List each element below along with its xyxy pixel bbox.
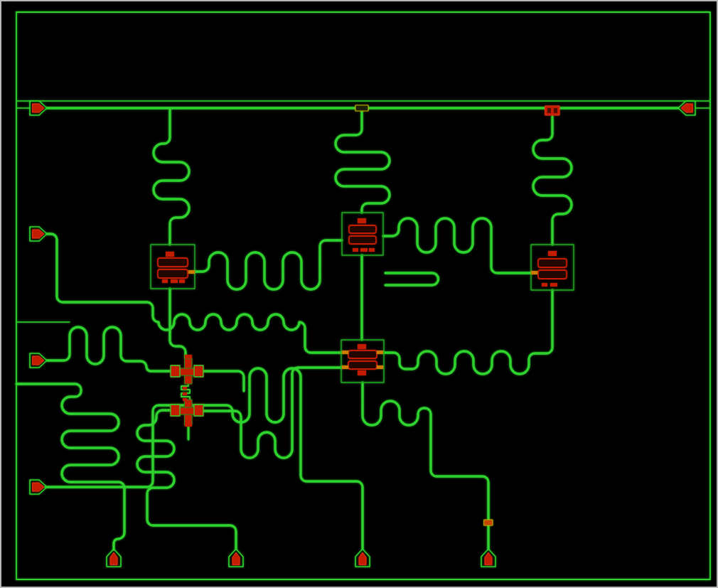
bus-cross2-qubit5[interactable] xyxy=(204,368,341,458)
launcher-bottom3-pad[interactable] xyxy=(359,552,366,565)
zipper-tooth-c xyxy=(183,398,187,401)
launcher-bottom4-pad[interactable] xyxy=(485,552,492,565)
resonator-2-meander[interactable] xyxy=(336,109,390,213)
qubit1-top-stub xyxy=(166,252,174,257)
resonator-3-meander[interactable] xyxy=(533,117,572,245)
bus-qubit5-qubit3[interactable] xyxy=(383,290,552,374)
zipper-tooth-b xyxy=(183,392,187,395)
line-launcher-left3-to-cross1[interactable] xyxy=(47,327,172,371)
feedline-coupler-notch-a xyxy=(547,108,551,113)
qubit1-pad-bottom[interactable] xyxy=(158,269,188,278)
qubit5-top-stub xyxy=(358,344,366,349)
qubit5-pad-top[interactable] xyxy=(348,351,377,358)
qubit5-connector-right-bottom xyxy=(377,365,383,369)
launcher-feed-right-pad[interactable] xyxy=(681,104,692,112)
qubit2-pad-top[interactable] xyxy=(349,225,376,233)
cross2-pad-right[interactable] xyxy=(194,405,203,416)
qubit2-tab-a xyxy=(353,248,358,252)
feedline-coupler-notch-b xyxy=(554,108,557,113)
line-qubit5-to-bottom4[interactable] xyxy=(363,383,488,549)
bottom4-line-marker xyxy=(484,520,493,525)
cross1-right-hook[interactable] xyxy=(204,371,244,391)
qubit1-side-connector xyxy=(188,270,195,274)
qubit5-connector-right-top xyxy=(377,351,383,354)
qubit5-pad-bottom[interactable] xyxy=(348,361,377,369)
cross1-pad-left[interactable] xyxy=(171,365,180,377)
qubit3-pad-top[interactable] xyxy=(538,259,567,267)
layout-canvas[interactable] xyxy=(0,0,718,588)
qubit1-pad-top[interactable] xyxy=(158,258,188,267)
feedline-tap-marker xyxy=(355,105,368,111)
launcher-left3-pad[interactable] xyxy=(33,356,44,365)
bus-qubit1-qubit2[interactable] xyxy=(195,240,342,289)
coupler-zipper[interactable] xyxy=(181,384,190,400)
cross2-pad-left[interactable] xyxy=(171,405,180,416)
qubit1-tab-b xyxy=(171,279,178,283)
qubit5-connector-left-top xyxy=(342,351,348,354)
qubit3-side-connector xyxy=(531,271,537,274)
qubit1-tab-c xyxy=(179,279,185,283)
qubit2-pad-bottom[interactable] xyxy=(349,236,376,244)
line-launcher-left4-to-bottom3[interactable] xyxy=(45,368,363,549)
open-stub-hairpin[interactable] xyxy=(385,273,439,285)
launcher-bottom2-pad[interactable] xyxy=(232,552,240,565)
qubit2-tab-c xyxy=(369,248,375,252)
layer-green xyxy=(16,12,710,579)
qubit3-tab-b xyxy=(550,283,557,287)
line-edge-serpentine-to-bottom1[interactable] xyxy=(16,384,124,550)
cross1-top-nub xyxy=(185,355,192,358)
qubit5-bottom-stub xyxy=(358,370,366,375)
qubit2-tab-b xyxy=(360,248,368,252)
cross2-bottom-nub xyxy=(185,423,192,427)
qubit2-top-stub xyxy=(358,218,366,223)
bus-qubit1-cross1[interactable] xyxy=(170,289,186,358)
qubit3-tab-a xyxy=(542,283,547,287)
cross1-pad-right[interactable] xyxy=(194,365,203,377)
qubit1-tab-a xyxy=(162,279,168,283)
launcher-left2-pad[interactable] xyxy=(33,230,44,238)
qubit3-top-stub xyxy=(548,251,557,256)
chip-layout-svg[interactable] xyxy=(1,1,718,588)
qubit5-connector-left-bottom xyxy=(342,365,348,369)
launcher-left4-pad[interactable] xyxy=(33,483,44,491)
launcher-feed-left-pad[interactable] xyxy=(33,104,44,112)
bus-qubit2-qubit3[interactable] xyxy=(383,218,531,273)
line-launcher-left2-to-qubit5[interactable] xyxy=(47,234,341,353)
resonator-1-meander[interactable] xyxy=(154,109,189,245)
launcher-bottom1-pad[interactable] xyxy=(110,552,117,565)
zipper-tooth-a xyxy=(183,387,187,390)
qubit3-pad-bottom[interactable] xyxy=(538,270,567,279)
